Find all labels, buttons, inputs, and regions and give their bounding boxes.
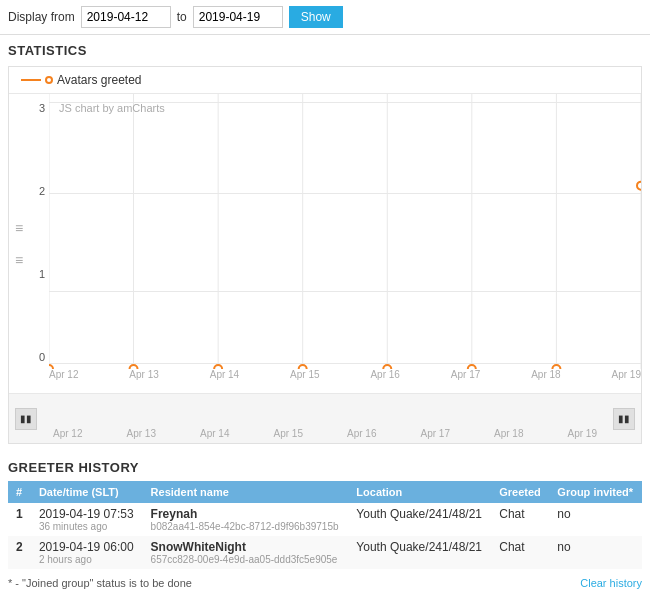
scroll-x-apr18: Apr 18 xyxy=(494,428,523,439)
cell-datetime: 2019-04-19 07:53 36 minutes ago xyxy=(31,503,143,536)
legend-label: Avatars greeted xyxy=(57,73,142,87)
vertical-grid xyxy=(49,94,641,369)
chart-area: ≡ ≡ 3 2 1 0 xyxy=(9,93,641,393)
footer-note: * - "Joined group" status is to be done xyxy=(8,577,192,589)
greeter-history-title: GREETER HISTORY xyxy=(8,460,642,475)
cell-greeted: Chat xyxy=(491,536,549,569)
scroll-x-apr19: Apr 19 xyxy=(568,428,597,439)
statistics-title: STATISTICS xyxy=(0,35,650,62)
scroll-x-apr16: Apr 16 xyxy=(347,428,376,439)
y-label-3: 3 xyxy=(39,102,45,114)
chart-container: Avatars greeted ≡ ≡ 3 2 1 0 xyxy=(8,66,642,444)
scroll-x-apr13: Apr 13 xyxy=(127,428,156,439)
scroll-x-apr17: Apr 17 xyxy=(421,428,450,439)
x-apr18: Apr 18 xyxy=(531,369,560,393)
col-num: # xyxy=(8,481,31,503)
scroll-inner: Apr 12 Apr 13 Apr 14 Apr 15 Apr 16 Apr 1… xyxy=(43,394,607,443)
cell-num: 2 xyxy=(8,536,31,569)
cell-location: Youth Quake/241/48/21 xyxy=(348,536,491,569)
x-apr13: Apr 13 xyxy=(129,369,158,393)
col-location: Location xyxy=(348,481,491,503)
cell-resident: SnowWhiteNight 657cc828-00e9-4e9d-aa05-d… xyxy=(143,536,349,569)
amcharts-credit: JS chart by amCharts xyxy=(59,102,165,114)
cell-greeted: Chat xyxy=(491,503,549,536)
scroll-x-apr15: Apr 15 xyxy=(274,428,303,439)
y-label-2: 2 xyxy=(39,185,45,197)
y-label-1: 1 xyxy=(39,268,45,280)
show-button[interactable]: Show xyxy=(289,6,343,28)
history-section: GREETER HISTORY # Date/time (SLT) Reside… xyxy=(0,452,650,569)
x-apr15: Apr 15 xyxy=(290,369,319,393)
clear-history-link[interactable]: Clear history xyxy=(580,577,642,589)
scroll-x-apr14: Apr 14 xyxy=(200,428,229,439)
col-resident-name: Resident name xyxy=(143,481,349,503)
cell-group-invited: no xyxy=(549,536,642,569)
grid-svg xyxy=(49,94,641,369)
cell-num: 1 xyxy=(8,503,31,536)
scroll-x-labels: Apr 12 Apr 13 Apr 14 Apr 15 Apr 16 Apr 1… xyxy=(43,428,607,439)
to-separator: to xyxy=(177,10,187,24)
cell-group-invited: no xyxy=(549,503,642,536)
col-group-invited: Group invited* xyxy=(549,481,642,503)
legend-avatars-greeted: Avatars greeted xyxy=(21,73,142,87)
history-table: # Date/time (SLT) Resident name Location… xyxy=(8,481,642,569)
x-apr19: Apr 19 xyxy=(612,369,641,393)
table-header: # Date/time (SLT) Resident name Location… xyxy=(8,481,642,503)
scroll-area: ▮▮ Apr 12 Apr 13 Apr 14 Apr 15 Apr 16 Ap… xyxy=(9,393,641,443)
chart-legend: Avatars greeted xyxy=(9,67,641,93)
legend-dot xyxy=(45,76,53,84)
table-body: 1 2019-04-19 07:53 36 minutes ago Freyna… xyxy=(8,503,642,569)
scroll-right-btn[interactable]: ▮▮ xyxy=(613,408,635,430)
col-datetime: Date/time (SLT) xyxy=(31,481,143,503)
cell-datetime: 2019-04-19 06:00 2 hours ago xyxy=(31,536,143,569)
x-apr12: Apr 12 xyxy=(49,369,78,393)
date-from-input[interactable] xyxy=(81,6,171,28)
table-row: 1 2019-04-19 07:53 36 minutes ago Freyna… xyxy=(8,503,642,536)
display-from-label: Display from xyxy=(8,10,75,24)
col-greeted: Greeted xyxy=(491,481,549,503)
x-apr17: Apr 17 xyxy=(451,369,480,393)
y-scroll-top[interactable]: ≡ xyxy=(15,220,23,236)
footer: * - "Joined group" status is to be done … xyxy=(0,569,650,593)
top-bar: Display from to Show xyxy=(0,0,650,35)
cell-location: Youth Quake/241/48/21 xyxy=(348,503,491,536)
scroll-x-apr12: Apr 12 xyxy=(53,428,82,439)
cell-resident: Freynah b082aa41-854e-42bc-8712-d9f96b39… xyxy=(143,503,349,536)
legend-line-graphic xyxy=(21,79,41,81)
chart-inner: JS chart by amCharts Apr 12 Apr 13 Apr 1… xyxy=(49,94,641,393)
date-to-input[interactable] xyxy=(193,6,283,28)
table-row: 2 2019-04-19 06:00 2 hours ago SnowWhite… xyxy=(8,536,642,569)
y-scroll-bottom[interactable]: ≡ xyxy=(15,252,23,268)
x-apr16: Apr 16 xyxy=(370,369,399,393)
scroll-left-btn[interactable]: ▮▮ xyxy=(15,408,37,430)
x-apr14: Apr 14 xyxy=(210,369,239,393)
x-axis: Apr 12 Apr 13 Apr 14 Apr 15 Apr 16 Apr 1… xyxy=(49,369,641,393)
svg-point-15 xyxy=(637,182,641,190)
y-label-0: 0 xyxy=(39,351,45,363)
